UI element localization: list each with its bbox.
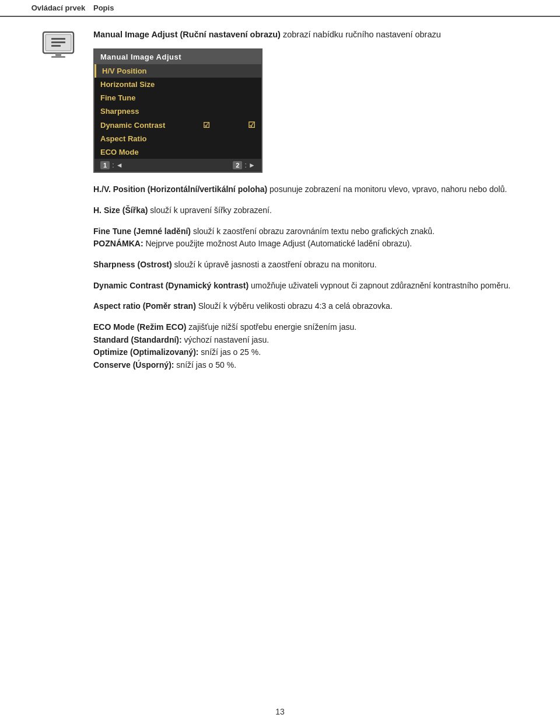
main-heading: Manual Image Adjust (Ruční nastavení obr… (93, 29, 537, 40)
svg-rect-6 (51, 56, 65, 58)
description-para-sharpness: Sharpness (Ostrost) slouží k úpravě jasn… (93, 259, 537, 271)
osd-left-arrow: : ◄ (112, 161, 123, 169)
osd-menu-item: Dynamic Contrast☑ (94, 118, 261, 132)
page-number: 13 (275, 707, 285, 716)
main-heading-bold: Manual Image Adjust (Ruční nastavení obr… (93, 30, 281, 39)
osd-btn-1: 1 (100, 161, 110, 169)
osd-menu-item: Fine Tune (94, 91, 261, 105)
osd-menu-item: Aspect Ratio (94, 132, 261, 145)
descriptions-container: H./V. Position (Horizontální/vertikální … (93, 183, 537, 372)
osd-footer: 1 : ◄ 2 : ► (94, 159, 261, 172)
osd-menu-box: Manual Image Adjust H/V PositionHorizont… (93, 48, 262, 173)
osd-menu-item: ECO Mode (94, 145, 261, 159)
table-header: Ovládací prvek Popis (0, 0, 560, 17)
osd-menu-item: H/V Position (94, 64, 261, 78)
svg-rect-5 (55, 53, 61, 56)
svg-rect-4 (51, 45, 61, 47)
osd-title: Manual Image Adjust (94, 50, 261, 64)
svg-rect-2 (51, 38, 65, 40)
osd-footer-right: 2 : ► (233, 161, 256, 169)
description-para-hv-position: H./V. Position (Horizontální/vertikální … (93, 183, 537, 196)
osd-btn-2: 2 (233, 161, 242, 169)
osd-right-arrow: : ► (244, 161, 256, 169)
osd-menu-item: Sharpness (94, 105, 261, 118)
osd-menu-list: H/V PositionHorizontal SizeFine TuneShar… (94, 64, 261, 159)
osd-menu-item: Horizontal Size (94, 78, 261, 91)
osd-footer-left: 1 : ◄ (100, 161, 123, 169)
header-col2: Popis (93, 4, 114, 12)
page-footer: 13 (0, 707, 560, 716)
header-col1: Ovládací prvek (23, 4, 93, 12)
description-para-dynamic-contrast: Dynamic Contrast (Dynamický kontrast) um… (93, 280, 537, 292)
description-para-fine-tune: Fine Tune (Jemné ladění) slouží k zaostř… (93, 225, 537, 250)
icon-column (23, 29, 93, 59)
svg-rect-3 (51, 41, 65, 43)
manual-image-adjust-icon (42, 31, 75, 59)
text-column: Manual Image Adjust (Ruční nastavení obr… (93, 29, 537, 380)
description-para-h-size: H. Size (Šířka) slouží k upravení šířky … (93, 204, 537, 217)
content-row: Manual Image Adjust (Ruční nastavení obr… (0, 17, 560, 392)
description-para-eco-mode: ECO Mode (Režim ECO) zajišťuje nižší spo… (93, 321, 537, 372)
main-heading-normal: zobrazí nabídku ručního nastavení obrazu (281, 30, 441, 39)
description-para-aspect-ratio: Aspect ratio (Poměr stran) Slouží k výbě… (93, 300, 537, 313)
